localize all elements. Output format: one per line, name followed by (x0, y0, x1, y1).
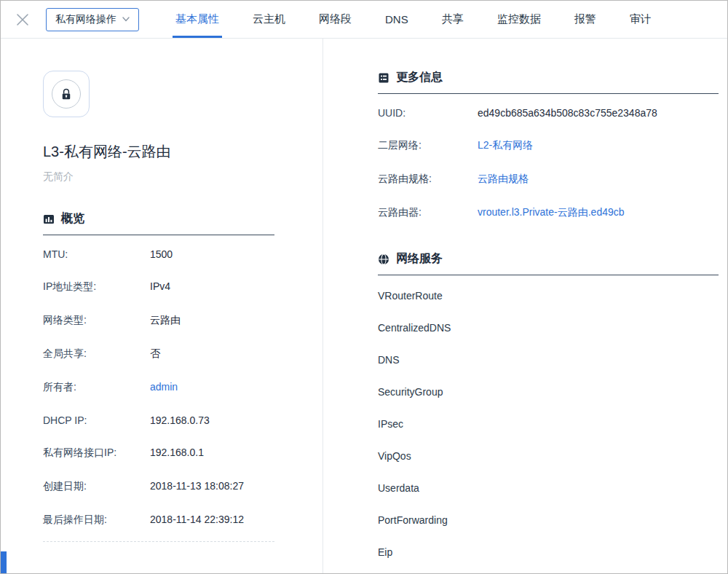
tab-audit[interactable]: 审计 (630, 1, 652, 38)
tab-vm-instances[interactable]: 云主机 (253, 1, 285, 38)
header-bar: 私有网络操作 基本属性 云主机 网络段 DNS 共享 监控数据 报警 审计 (1, 1, 727, 39)
lock-icon (52, 79, 81, 109)
globe-icon (378, 253, 389, 265)
table-row: 云路由规格: 云路由规格 (378, 162, 719, 196)
list-item: SecurityGroup (378, 376, 719, 408)
list-item: VRouterRoute (378, 280, 719, 312)
list-item: VipQos (378, 440, 719, 472)
tab-alarms[interactable]: 报警 (574, 1, 596, 38)
details-panel: 更多信息 UUID: ed49cb685a634b508c83c755e2348… (323, 39, 727, 573)
table-row: IP地址类型: IPv4 (43, 270, 323, 304)
field-label: 私有网络接口IP: (43, 447, 150, 460)
field-value: 2018-11-14 22:39:12 (150, 514, 244, 525)
field-label: 云路由规格: (378, 173, 478, 186)
table-row: 创建日期: 2018-11-13 18:08:27 (43, 470, 323, 503)
network-services-heading-label: 网络服务 (396, 251, 443, 267)
table-row: 网络类型: 云路由 (43, 304, 323, 337)
field-value: 否 (150, 347, 160, 361)
field-value: IPv4 (150, 280, 170, 292)
field-label: 二层网络: (378, 139, 478, 152)
description-text: 无简介 (43, 170, 323, 184)
list-item: IPsec (378, 408, 719, 440)
table-row: 全局共享: 否 (43, 337, 323, 371)
detail-panel: 私有网络操作 基本属性 云主机 网络段 DNS 共享 监控数据 报警 审计 (0, 0, 728, 574)
table-row: 所有者: admin (43, 371, 323, 404)
tab-bar: 基本属性 云主机 网络段 DNS 共享 监控数据 报警 审计 (175, 1, 652, 38)
field-label: DHCP IP: (43, 414, 150, 426)
field-label: 云路由器: (378, 206, 478, 219)
field-label: 全局共享: (43, 347, 150, 361)
list-item: DNS (378, 344, 719, 376)
network-actions-label: 私有网络操作 (55, 13, 116, 26)
field-value: 1500 (150, 248, 173, 260)
list-item: Userdata (378, 472, 719, 504)
field-label: 所有者: (43, 381, 150, 394)
list-item: PortForwarding (378, 504, 719, 536)
field-label: MTU: (43, 248, 150, 260)
network-actions-dropdown[interactable]: 私有网络操作 (46, 8, 139, 31)
tab-monitoring-data[interactable]: 监控数据 (497, 1, 541, 38)
avatar (43, 71, 90, 117)
owner-link[interactable]: admin (150, 381, 178, 393)
table-row: DHCP IP: 192.168.0.73 (43, 404, 323, 436)
field-value: 192.168.0.73 (150, 414, 210, 426)
table-row: MTU: 1500 (43, 238, 323, 270)
list-item: Eip (378, 536, 719, 568)
service-list: VRouterRoute CentralizedDNS DNS Security… (378, 280, 719, 568)
more-info-heading-label: 更多信息 (396, 70, 443, 85)
tab-share[interactable]: 共享 (442, 1, 464, 38)
table-row: 二层网络: L2-私有网络 (378, 129, 719, 162)
table-row: UUID: ed49cb685a634b508c83c755e2348a78 (378, 97, 719, 129)
field-value: 云路由 (150, 314, 181, 327)
overview-table: MTU: 1500 IP地址类型: IPv4 网络类型: 云路由 全局共享: 否… (43, 238, 323, 537)
more-info-table: UUID: ed49cb685a634b508c83c755e2348a78 二… (378, 97, 719, 229)
tab-basic-properties[interactable]: 基本属性 (175, 1, 219, 38)
tab-network-segments[interactable]: 网络段 (319, 1, 352, 38)
field-value: 192.168.0.1 (150, 447, 204, 458)
network-services-section: 网络服务 VRouterRoute CentralizedDNS DNS Sec… (378, 251, 719, 568)
overview-heading-label: 概览 (61, 211, 84, 227)
summary-panel: L3-私有网络-云路由 无简介 概览 MTU: 1500 (1, 39, 323, 573)
chevron-down-icon (122, 17, 130, 22)
scrollbar[interactable] (1, 551, 7, 573)
page-title: L3-私有网络-云路由 (43, 142, 323, 162)
field-label: 网络类型: (43, 314, 150, 327)
network-services-heading: 网络服务 (378, 251, 719, 275)
l2-network-link[interactable]: L2-私有网络 (478, 139, 533, 152)
field-label: IP地址类型: (43, 280, 150, 294)
field-label: 最后操作日期: (43, 514, 150, 527)
main-content: L3-私有网络-云路由 无简介 概览 MTU: 1500 (1, 39, 727, 573)
overview-section-heading: 概览 (43, 211, 274, 235)
vrouter-offering-link[interactable]: 云路由规格 (478, 173, 529, 186)
overview-icon (43, 213, 55, 225)
table-row: 最后操作日期: 2018-11-14 22:39:12 (43, 503, 323, 537)
table-row: 私有网络接口IP: 192.168.0.1 (43, 436, 323, 470)
field-value: 2018-11-13 18:08:27 (150, 480, 244, 492)
more-info-section-heading: 更多信息 (378, 70, 719, 94)
tab-dns[interactable]: DNS (385, 1, 408, 38)
table-row: 云路由器: vrouter.l3.Private-云路由.ed49cb (378, 196, 719, 229)
list-item: CentralizedDNS (378, 312, 719, 344)
list-icon (378, 72, 389, 84)
uuid-value: ed49cb685a634b508c83c755e2348a78 (478, 107, 657, 119)
field-label: UUID: (378, 107, 478, 119)
vrouter-link[interactable]: vrouter.l3.Private-云路由.ed49cb (478, 206, 625, 219)
section-divider (43, 541, 274, 542)
close-icon[interactable] (12, 9, 33, 30)
field-label: 创建日期: (43, 480, 150, 493)
